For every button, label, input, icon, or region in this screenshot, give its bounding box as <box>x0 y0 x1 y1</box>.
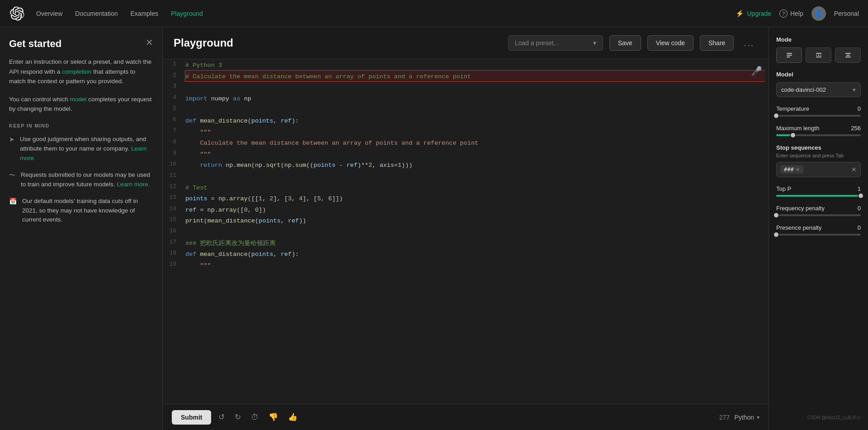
chevron-down-icon: ▾ <box>593 39 596 47</box>
temperature-slider-thumb[interactable] <box>773 113 779 119</box>
sidebar-item-text: Requests submitted to our models may be … <box>21 170 153 189</box>
line-code[interactable]: points = np.array([[1, 2], [3, 4], [5, 6… <box>185 193 769 204</box>
frequency-penalty-section: Frequency penalty 0 <box>776 205 861 216</box>
line-code[interactable]: """ <box>185 260 769 271</box>
line-code[interactable]: print(mean_distance(points, ref)) <box>185 215 769 226</box>
tag-remove-button[interactable]: ✕ <box>796 167 800 173</box>
upgrade-button[interactable]: ⚡ Upgrade <box>736 9 771 18</box>
learn-more-link-1[interactable]: Learn more. <box>20 145 146 161</box>
language-select[interactable]: Python ▾ <box>734 414 760 421</box>
like-button[interactable]: 👍 <box>285 410 300 425</box>
table-row: 7 """ <box>163 126 769 137</box>
line-code[interactable]: """ <box>185 148 769 160</box>
dislike-button[interactable]: 👎 <box>266 410 281 425</box>
line-number: 7 <box>163 126 185 137</box>
sidebar-item-text: Use good judgment when sharing outputs, … <box>20 135 153 163</box>
nav-links: Overview Documentation Examples Playgrou… <box>36 10 203 17</box>
model-link[interactable]: model <box>70 96 87 103</box>
svg-rect-3 <box>816 53 821 54</box>
top-p-section: Top P 1 <box>776 185 861 197</box>
table-row: 15 print(mean_distance(points, ref)) <box>163 215 769 226</box>
line-code[interactable]: """ <box>185 126 769 137</box>
redo-button[interactable]: ↻ <box>232 410 244 425</box>
line-code[interactable]: ### 把欧氏距离改为曼哈顿距离 <box>185 237 769 249</box>
stop-seq-clear-button[interactable]: ✕ <box>851 166 857 173</box>
sidebar-items-list: ➤ Use good judgment when sharing outputs… <box>9 135 153 225</box>
editor-scroll-container[interactable]: 1 # Python 3 2 # Calculate the mean dist… <box>163 59 769 404</box>
temperature-slider-track[interactable] <box>776 115 861 117</box>
arrow-icon: ➤ <box>9 136 14 143</box>
line-number: 16 <box>163 226 185 237</box>
table-row: 16 <box>163 226 769 237</box>
submit-button[interactable]: Submit <box>172 410 211 425</box>
stop-seq-title: Stop sequences <box>776 144 861 151</box>
topnav: Overview Documentation Examples Playgrou… <box>0 0 868 27</box>
avatar[interactable]: 👤 <box>811 6 826 21</box>
line-code[interactable]: # Python 3 <box>185 59 769 71</box>
top-p-slider-track[interactable] <box>776 195 861 197</box>
editor-area[interactable]: 🎤 1 # Python 3 2 # Calculate the mean di… <box>163 59 769 404</box>
table-row: 2 # Calculate the mean distance between … <box>163 71 769 82</box>
stop-seq-tag: ### ✕ <box>780 165 803 174</box>
completion-link[interactable]: completion <box>62 68 91 75</box>
save-button[interactable]: Save <box>609 35 641 51</box>
mode-edit-button[interactable] <box>835 47 861 63</box>
sidebar: Get started ✕ Enter an instruction or se… <box>0 27 163 430</box>
line-code[interactable] <box>185 226 769 237</box>
temperature-label: Temperature <box>776 105 809 112</box>
nav-playground[interactable]: Playground <box>171 10 203 17</box>
pres-penalty-slider-thumb[interactable] <box>773 232 779 238</box>
sidebar-close-button[interactable]: ✕ <box>146 38 153 47</box>
line-code-highlighted[interactable]: # Calculate the mean distance between an… <box>185 71 769 82</box>
table-row: 8 Calculate the mean distance between an… <box>163 137 769 148</box>
line-code[interactable]: # Test <box>185 182 769 193</box>
stop-seq-input[interactable]: ### ✕ ✕ <box>776 162 861 177</box>
model-dropdown[interactable]: code-davinci-002 ▾ <box>776 82 861 97</box>
view-code-button[interactable]: View code <box>647 35 693 51</box>
question-icon: ? <box>779 9 788 18</box>
svg-rect-9 <box>846 55 850 56</box>
top-p-value: 1 <box>858 185 861 192</box>
pres-penalty-slider-track[interactable] <box>776 234 861 236</box>
line-code[interactable] <box>185 104 769 115</box>
mode-complete-button[interactable] <box>776 47 802 63</box>
undo-button[interactable]: ↺ <box>216 410 227 425</box>
nav-examples[interactable]: Examples <box>131 10 158 17</box>
freq-penalty-slider-thumb[interactable] <box>773 212 779 218</box>
nav-documentation[interactable]: Documentation <box>75 10 118 17</box>
mic-button[interactable]: 🎤 <box>751 66 762 76</box>
line-code[interactable] <box>185 170 769 182</box>
line-code[interactable] <box>185 81 769 93</box>
preset-label: Load a preset... <box>515 39 559 47</box>
table-row: 9 """ <box>163 148 769 160</box>
table-row: 5 <box>163 104 769 115</box>
max-length-slider-thumb[interactable] <box>790 132 796 138</box>
svg-marker-6 <box>816 54 817 56</box>
line-number: 15 <box>163 215 185 226</box>
history-button[interactable]: ⏱ <box>248 410 261 425</box>
scrollbar[interactable] <box>765 59 769 404</box>
line-code[interactable]: Calculate the mean distance between an a… <box>185 137 769 148</box>
nav-overview[interactable]: Overview <box>36 10 62 17</box>
learn-more-link-2[interactable]: Learn more. <box>117 181 150 188</box>
model-selected: code-davinci-002 <box>781 86 826 93</box>
line-code[interactable]: import numpy as np <box>185 93 769 104</box>
line-code[interactable]: def mean_distance(points, ref): <box>185 115 769 126</box>
max-length-slider-track[interactable] <box>776 134 861 136</box>
personal-label[interactable]: Personal <box>834 10 859 17</box>
top-p-slider-thumb[interactable] <box>858 193 864 199</box>
line-code[interactable]: def mean_distance(points, ref): <box>185 248 769 260</box>
logo[interactable] <box>9 5 25 22</box>
mode-insert-button[interactable] <box>806 47 831 63</box>
more-button[interactable]: ... <box>740 36 758 50</box>
line-code[interactable]: return np.mean(np.sqrt(np.sum((points - … <box>185 159 769 170</box>
sidebar-header: Get started ✕ <box>9 38 153 50</box>
line-number: 6 <box>163 115 185 126</box>
share-button[interactable]: Share <box>700 35 734 51</box>
preset-dropdown[interactable]: Load a preset... ▾ <box>508 35 603 51</box>
line-code[interactable]: ref = np.array([0, 0]) <box>185 204 769 215</box>
freq-penalty-slider-track[interactable] <box>776 214 861 216</box>
sidebar-item-text: Our default models' training data cuts o… <box>22 197 153 225</box>
help-button[interactable]: ? Help <box>779 9 803 18</box>
list-item: 〜 Requests submitted to our models may b… <box>9 170 153 189</box>
